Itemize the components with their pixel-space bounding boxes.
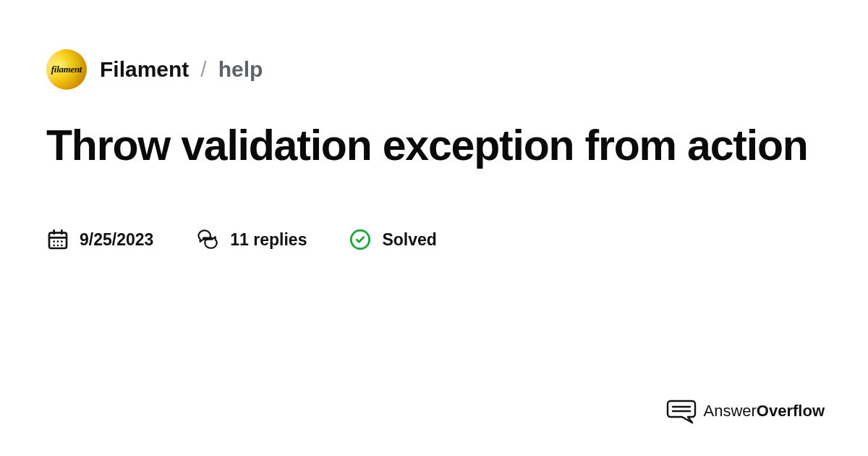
brand-first: Answer: [704, 402, 757, 420]
breadcrumb-separator: /: [200, 57, 206, 82]
date-text: 9/25/2023: [80, 230, 153, 250]
meta-row: 9/25/2023 11 replies Solved: [46, 227, 822, 252]
brand-second: Overflow: [757, 402, 825, 420]
community-avatar: filament: [46, 49, 87, 90]
replies-text: 11 replies: [230, 230, 307, 250]
breadcrumb: filament Filament / help: [46, 49, 822, 90]
breadcrumb-channel[interactable]: help: [218, 57, 263, 82]
breadcrumb-community[interactable]: Filament: [100, 57, 189, 82]
replies-icon: [195, 227, 220, 252]
meta-status: Solved: [349, 228, 436, 251]
status-text: Solved: [382, 230, 436, 250]
answer-overflow-logo[interactable]: AnswerOverflow: [666, 397, 825, 426]
check-circle-icon: [349, 228, 372, 251]
brand-text: AnswerOverflow: [704, 402, 825, 421]
calendar-icon: [46, 228, 69, 251]
meta-date: 9/25/2023: [46, 228, 153, 251]
post-title: Throw validation exception from action: [46, 122, 822, 169]
speech-bubble-icon: [666, 397, 699, 426]
meta-replies: 11 replies: [195, 227, 307, 252]
avatar-label: filament: [51, 64, 82, 75]
